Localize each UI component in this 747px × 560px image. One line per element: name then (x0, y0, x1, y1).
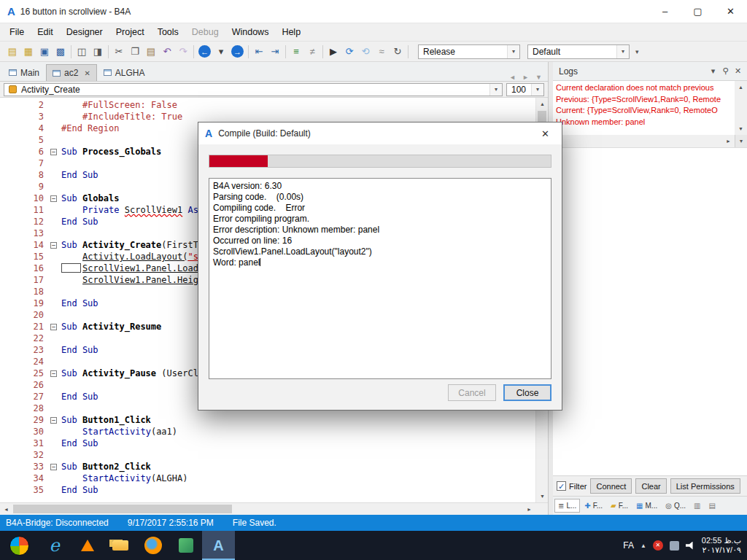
forward-icon[interactable]: → (231, 45, 244, 58)
outdent-icon[interactable]: ⇤ (251, 44, 267, 60)
paste-icon[interactable]: ▤ (143, 44, 159, 60)
tab-close-icon[interactable]: ✕ (84, 69, 90, 77)
new-icon[interactable]: ▤ (4, 44, 20, 60)
minimize-button[interactable]: – (649, 0, 681, 23)
logs-scroll-right-icon[interactable]: ► (722, 135, 735, 147)
taskbar-vlc-icon[interactable] (71, 531, 104, 560)
start-button[interactable] (0, 531, 38, 560)
copy-icon[interactable]: ❐ (127, 44, 143, 60)
fold-toggle-icon[interactable]: − (50, 324, 57, 330)
connect-button[interactable]: Connect (590, 478, 632, 494)
logs-scroll-down-icon[interactable]: ▼ (735, 122, 747, 135)
profile-select[interactable]: Default ▾ (527, 44, 630, 59)
logs-header: Logs ▾ ⚲ ✕ (553, 62, 747, 81)
logs-dropdown-icon[interactable]: ▾ (735, 135, 747, 147)
volume-icon[interactable] (686, 542, 695, 550)
bridge-tray-icon[interactable] (670, 541, 679, 551)
libraries-tab[interactable]: ▥ (690, 499, 704, 513)
scroll-left-icon[interactable]: ◄ (0, 503, 12, 516)
modules-tab[interactable]: ▦M... (632, 499, 661, 513)
filter-checkbox[interactable]: ✓ Filter (557, 481, 587, 491)
menu-file[interactable]: File (3, 23, 31, 42)
alert-tray-icon[interactable]: ✕ (653, 540, 663, 551)
clear-button[interactable]: Clear (635, 478, 666, 494)
books-tab[interactable]: ▤ (705, 499, 719, 513)
build-config-select[interactable]: Release ▾ (418, 44, 520, 59)
tab-list-caret-icon[interactable]: ▼ (533, 74, 544, 81)
sync-icon[interactable]: ≈ (374, 44, 390, 60)
menu-debug[interactable]: Debug (185, 23, 225, 42)
menu-windows[interactable]: Windows (225, 23, 276, 42)
clock[interactable]: 02:55 ب.ظ ٢٠١٧/١٧/٠٩ (702, 536, 741, 555)
logs-error-box[interactable]: Current declaration does not match previ… (553, 81, 747, 135)
scroll-down-icon[interactable]: ▼ (536, 490, 548, 502)
toolbar-separator (322, 45, 323, 58)
save-icon[interactable]: ▣ (36, 44, 53, 60)
taskbar-green-icon[interactable] (169, 531, 202, 560)
compile-log[interactable]: B4A version: 6.30Parsing code. (0.00s)Co… (209, 178, 551, 379)
refresh-icon[interactable]: ↻ (390, 44, 406, 60)
pin-icon[interactable]: ⚲ (719, 66, 732, 76)
editor-horizontal-scrollbar[interactable]: ◄ ► (0, 502, 548, 515)
maximize-button[interactable]: ▢ (681, 0, 714, 23)
toolbar-overflow-icon[interactable]: ▾ (635, 48, 639, 55)
logs-vertical-scrollbar[interactable]: ▲ ▼ (735, 81, 747, 135)
open-project-icon[interactable]: ▦ (20, 44, 36, 60)
scroll-up-icon[interactable]: ▲ (536, 98, 548, 110)
designer-icon[interactable]: ◫ (74, 44, 90, 60)
cancel-button[interactable]: Cancel (448, 384, 496, 401)
menu-help[interactable]: Help (275, 23, 307, 42)
logs-horizontal-scrollbar[interactable]: ◄ ► ▾ (553, 135, 747, 148)
dialog-close-button[interactable]: Close (503, 384, 551, 401)
dialog-close-icon[interactable]: ✕ (529, 122, 562, 144)
tab-main[interactable]: Main (2, 64, 46, 81)
scroll-right-icon[interactable]: ► (523, 503, 535, 516)
compile-icon[interactable]: ⟳ (341, 44, 357, 60)
horizontal-scroll-thumb[interactable] (13, 505, 232, 513)
logs-tab[interactable]: ≣L... (554, 499, 580, 513)
comment-icon[interactable]: ≡ (288, 44, 304, 60)
fold-toggle-icon[interactable]: − (50, 195, 57, 202)
fold-toggle-icon[interactable]: − (50, 242, 57, 249)
taskbar-b4a-icon[interactable] (202, 531, 235, 560)
cut-icon[interactable]: ✂ (111, 44, 127, 60)
uncomment-icon[interactable]: ≠ (304, 44, 320, 60)
back-caret-icon[interactable]: ▾ (213, 44, 229, 60)
menu-designer[interactable]: Designer (60, 23, 109, 42)
panels-icon[interactable]: ◨ (90, 44, 106, 60)
tab-scroll-left-icon[interactable]: ◄ (507, 74, 518, 81)
window-position-icon[interactable]: ▾ (707, 66, 719, 76)
run-icon[interactable]: ▶ (325, 44, 341, 60)
save-all-icon[interactable]: ▩ (53, 44, 69, 60)
indent-icon[interactable]: ⇥ (267, 44, 283, 60)
menu-project[interactable]: Project (109, 23, 151, 42)
menu-tools[interactable]: Tools (151, 23, 185, 42)
tab-scroll-right-icon[interactable]: ► (520, 74, 531, 81)
menu-edit[interactable]: Edit (31, 23, 60, 42)
redo-icon[interactable]: ↷ (175, 44, 191, 60)
taskbar-explorer-icon[interactable] (104, 531, 136, 560)
files-tab[interactable]: ▰F... (607, 499, 632, 513)
close-button[interactable]: ✕ (714, 0, 747, 23)
taskbar-ie-icon[interactable] (38, 531, 71, 560)
find-tab[interactable]: ✚F... (581, 499, 606, 513)
tab-ac2[interactable]: ac2✕ (46, 64, 97, 81)
zoom-dropdown[interactable]: 100 ▾ (506, 83, 544, 96)
logs-scroll-up-icon[interactable]: ▲ (735, 81, 747, 93)
member-dropdown[interactable]: Activity_Create ▾ (4, 83, 503, 96)
fold-toggle-icon[interactable]: − (50, 370, 57, 377)
tab-algha[interactable]: ALGHA (97, 64, 152, 81)
undo-icon[interactable]: ↶ (159, 44, 175, 60)
language-indicator[interactable]: FA (623, 540, 634, 551)
fold-toggle-icon[interactable]: − (50, 417, 57, 424)
hidden-icons-chevron-icon[interactable]: ▲ (640, 542, 646, 549)
fold-gutter: − (50, 146, 61, 158)
fold-toggle-icon[interactable]: − (50, 464, 57, 470)
back-icon[interactable]: ← (198, 45, 211, 58)
taskbar-firefox-icon[interactable] (136, 531, 169, 560)
logs-close-icon[interactable]: ✕ (732, 66, 744, 76)
quick-search-tab[interactable]: ◎Q... (662, 499, 689, 513)
compile-debug-icon[interactable]: ⟲ (357, 44, 374, 60)
fold-toggle-icon[interactable]: − (50, 149, 57, 155)
list-permissions-button[interactable]: List Permissions (670, 478, 740, 494)
